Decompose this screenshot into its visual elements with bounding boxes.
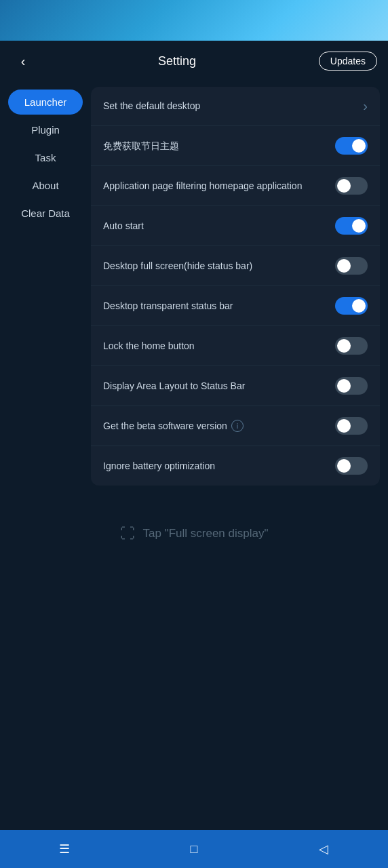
toggle-battery-opt[interactable]: [335, 457, 368, 475]
setting-row-full-screen: Desktop full screen(hide status bar): [91, 246, 380, 286]
setting-label-default-desktop: Set the default desktop: [103, 100, 363, 112]
setting-row-app-filter: Application page filtering homepage appl…: [91, 166, 380, 206]
expand-icon: ⛶: [120, 525, 135, 542]
toggle-slider-lock-home: [335, 337, 368, 355]
toggle-slider-auto-start: [335, 217, 368, 235]
setting-row-display-area: Display Area Layout to Status Bar: [91, 366, 380, 406]
setting-label-lock-home: Lock the home button: [103, 340, 335, 352]
setting-row-transparent-status: Desktop transparent status bar: [91, 286, 380, 326]
setting-label-festival-theme: 免费获取节日主题: [103, 140, 335, 152]
header: ‹ Setting Updates: [0, 41, 388, 81]
setting-row-auto-start: Auto start: [91, 206, 380, 246]
top-bar: [0, 0, 388, 41]
setting-label-transparent-status: Desktop transparent status bar: [103, 300, 335, 312]
sidebar-item-clear-data[interactable]: Clear Data: [8, 201, 83, 226]
toggle-app-filter[interactable]: [335, 177, 368, 195]
setting-label-auto-start: Auto start: [103, 220, 335, 232]
updates-button[interactable]: Updates: [319, 52, 377, 71]
beta-label-container: Get the beta software version i: [103, 420, 335, 432]
nav-back-button[interactable]: ◁: [310, 835, 337, 863]
sidebar-item-plugin[interactable]: Plugin: [8, 117, 83, 142]
setting-label-battery-opt: Ignore battery optimization: [103, 460, 335, 472]
toggle-slider-full-screen: [335, 257, 368, 275]
setting-label-full-screen: Desktop full screen(hide status bar): [103, 260, 335, 272]
toggle-slider-beta-software: [335, 417, 368, 435]
page-title: Setting: [158, 54, 196, 68]
sidebar: Launcher Plugin Task About Clear Data: [8, 87, 83, 486]
sidebar-item-task[interactable]: Task: [8, 145, 83, 170]
chevron-icon: ›: [363, 98, 368, 114]
settings-list: Set the default desktop › 免费获取节日主题 Appli…: [91, 87, 380, 486]
full-screen-text: Tap "Full screen display": [143, 527, 269, 540]
info-icon[interactable]: i: [231, 420, 244, 432]
nav-menu-button[interactable]: ☰: [51, 835, 78, 863]
sidebar-item-launcher[interactable]: Launcher: [8, 90, 83, 115]
nav-home-button[interactable]: □: [180, 835, 208, 863]
setting-label-app-filter: Application page filtering homepage appl…: [103, 180, 335, 192]
setting-row-lock-home: Lock the home button: [91, 326, 380, 366]
full-screen-banner: ⛶ Tap "Full screen display": [0, 505, 388, 563]
toggle-slider-festival-theme: [335, 137, 368, 155]
setting-row-festival-theme: 免费获取节日主题: [91, 126, 380, 166]
back-button[interactable]: ‹: [11, 49, 35, 73]
toggle-slider-app-filter: [335, 177, 368, 195]
toggle-beta-software[interactable]: [335, 417, 368, 435]
main-layout: Launcher Plugin Task About Clear Data Se…: [0, 81, 388, 491]
toggle-display-area[interactable]: [335, 377, 368, 395]
toggle-transparent-status[interactable]: [335, 297, 368, 315]
setting-label-beta-software: Get the beta software version i: [103, 420, 335, 432]
setting-row-beta-software: Get the beta software version i: [91, 406, 380, 446]
beta-label-text: Get the beta software version: [103, 420, 227, 432]
setting-row-default-desktop[interactable]: Set the default desktop ›: [91, 87, 380, 126]
toggle-lock-home[interactable]: [335, 337, 368, 355]
toggle-festival-theme[interactable]: [335, 137, 368, 155]
toggle-auto-start[interactable]: [335, 217, 368, 235]
nav-bar: ☰ □ ◁: [0, 830, 388, 868]
toggle-slider-battery-opt: [335, 457, 368, 475]
toggle-slider-transparent-status: [335, 297, 368, 315]
toggle-slider-display-area: [335, 377, 368, 395]
toggle-full-screen[interactable]: [335, 257, 368, 275]
setting-label-display-area: Display Area Layout to Status Bar: [103, 380, 335, 392]
spacer: [0, 563, 388, 644]
sidebar-item-about[interactable]: About: [8, 173, 83, 198]
setting-row-battery-opt: Ignore battery optimization: [91, 446, 380, 486]
